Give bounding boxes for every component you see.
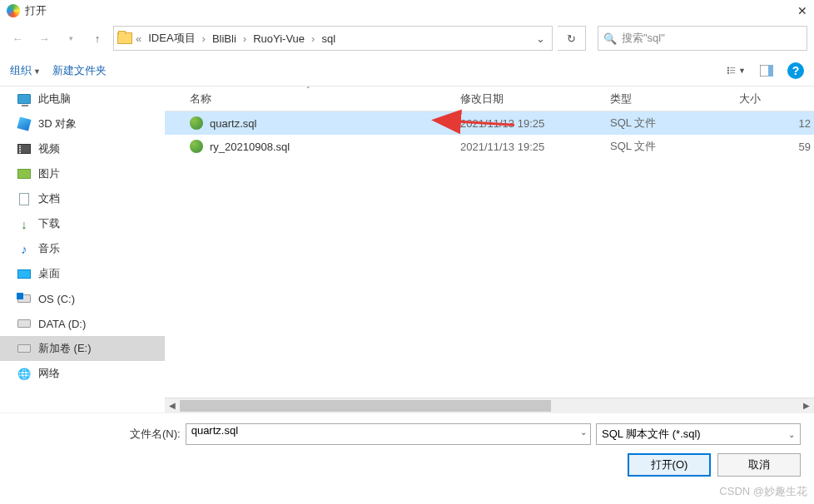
filename-input[interactable]: quartz.sql ⌄ (186, 423, 591, 445)
filetype-value: SQL 脚本文件 (*.sql) (602, 427, 701, 442)
filename-value: quartz.sql (191, 424, 238, 437)
breadcrumb-item[interactable]: RuoYi-Vue (250, 31, 308, 47)
filetype-select[interactable]: SQL 脚本文件 (*.sql) ⌄ (596, 423, 801, 445)
file-list-header: ˄ 名称 修改日期 类型 大小 (165, 86, 814, 111)
sidebar-item[interactable]: 图片 (0, 161, 165, 186)
address-dropdown-icon[interactable]: ⌄ (532, 32, 548, 45)
nav-forward-button[interactable]: → (33, 27, 55, 49)
watermark-text: CSDN @妙趣生花 (719, 484, 807, 499)
view-options-button[interactable]: ▼ (727, 62, 746, 80)
sql-file-icon (190, 116, 203, 130)
search-icon: 🔍 (603, 32, 617, 45)
cancel-button[interactable]: 取消 (717, 453, 801, 477)
column-header-name[interactable]: 名称 (190, 91, 460, 106)
sidebar-item-label: 网络 (38, 366, 60, 381)
svg-rect-7 (768, 65, 773, 77)
close-icon[interactable]: ✕ (797, 4, 807, 17)
svg-rect-3 (730, 67, 735, 68)
preview-pane-button[interactable] (757, 62, 776, 80)
sidebar-item-label: 3D 对象 (38, 116, 77, 131)
vid-icon (17, 141, 32, 156)
file-type: SQL 文件 (610, 139, 739, 154)
column-header-date[interactable]: 修改日期 (460, 91, 610, 106)
open-button[interactable]: 打开(O) (628, 453, 711, 477)
sort-indicator-icon: ˄ (306, 86, 310, 94)
column-header-type[interactable]: 类型 (610, 91, 739, 106)
sidebar-item-label: 下载 (38, 216, 60, 231)
svg-rect-4 (730, 70, 735, 71)
sidebar-item-label: OS (C:) (38, 293, 75, 305)
search-placeholder: 搜索"sql" (622, 31, 665, 46)
filename-dropdown-icon[interactable]: ⌄ (580, 427, 587, 437)
breadcrumb-root[interactable]: « (134, 32, 143, 45)
sidebar-item-label: 音乐 (38, 241, 60, 256)
sidebar-item[interactable]: 🌐网络 (0, 361, 165, 386)
sidebar-item[interactable]: ↓下载 (0, 211, 165, 236)
file-date: 2021/11/13 19:25 (460, 117, 610, 130)
organize-button[interactable]: 组织▼ (10, 63, 41, 78)
img-icon (17, 166, 32, 181)
svg-rect-0 (727, 67, 729, 68)
file-size: 12 (739, 117, 814, 130)
net-icon: 🌐 (17, 366, 32, 381)
breadcrumb-item[interactable]: IDEA项目 (145, 29, 198, 47)
sidebar-nav: 此电脑3D 对象视频图片文档↓下载♪音乐桌面OS (C:)DATA (D:)新加… (0, 86, 165, 413)
sidebar-item[interactable]: 桌面 (0, 261, 165, 286)
search-input[interactable]: 🔍 搜索"sql" (598, 26, 807, 51)
sidebar-item[interactable]: DATA (D:) (0, 311, 165, 336)
sidebar-item-label: 视频 (38, 141, 60, 156)
file-date: 2021/11/13 19:25 (460, 141, 610, 153)
scroll-right-icon[interactable]: ▶ (799, 401, 814, 410)
folder-icon (117, 32, 132, 44)
sidebar-item-label: 此电脑 (38, 91, 71, 106)
sidebar-item-label: 文档 (38, 191, 60, 206)
app-logo-icon (7, 4, 20, 17)
sql-file-icon (190, 140, 203, 153)
breadcrumb-item[interactable]: BliBli (209, 31, 240, 47)
sidebar-item[interactable]: 视频 (0, 136, 165, 161)
chevron-right-icon[interactable]: › (201, 32, 207, 45)
sidebar-item[interactable]: 此电脑 (0, 86, 165, 111)
sidebar-item-label: 桌面 (38, 266, 60, 281)
dl-icon: ↓ (17, 216, 32, 231)
address-bar[interactable]: « IDEA项目 › BliBli › RuoYi-Vue › sql ⌄ (113, 26, 553, 51)
sidebar-item[interactable]: 文档 (0, 186, 165, 211)
file-name: ry_20210908.sql (210, 141, 460, 153)
breadcrumb-item[interactable]: sql (318, 31, 339, 47)
desk-icon (17, 266, 32, 281)
file-row[interactable]: quartz.sql2021/11/13 19:25SQL 文件12 (165, 111, 814, 135)
mus-icon: ♪ (17, 241, 32, 256)
svg-rect-2 (727, 72, 729, 73)
column-header-size[interactable]: 大小 (739, 91, 814, 106)
svg-rect-1 (727, 69, 729, 71)
pc-icon (17, 91, 32, 106)
drive-os-icon (17, 291, 32, 306)
sidebar-item[interactable]: ♪音乐 (0, 236, 165, 261)
scroll-left-icon[interactable]: ◀ (165, 401, 180, 410)
nav-back-button[interactable]: ← (7, 27, 28, 49)
sidebar-item[interactable]: OS (C:) (0, 286, 165, 311)
sidebar-item[interactable]: 3D 对象 (0, 111, 165, 136)
new-folder-button[interactable]: 新建文件夹 (52, 63, 107, 78)
nav-recent-dropdown[interactable]: ▾ (60, 27, 82, 49)
drive-icon (17, 341, 32, 356)
chevron-right-icon[interactable]: › (310, 32, 316, 45)
file-type: SQL 文件 (610, 116, 739, 131)
help-button[interactable]: ? (787, 62, 804, 79)
nav-up-button[interactable]: ↑ (87, 27, 108, 49)
file-row[interactable]: ry_20210908.sql2021/11/13 19:25SQL 文件59 (165, 135, 814, 158)
sidebar-item-label: 新加卷 (E:) (38, 341, 92, 356)
drive-icon (17, 316, 32, 331)
file-size: 59 (739, 141, 814, 153)
horizontal-scrollbar[interactable]: ◀ ▶ (165, 398, 814, 413)
filetype-dropdown-icon[interactable]: ⌄ (788, 430, 795, 439)
scroll-thumb[interactable] (180, 400, 551, 412)
doc-icon (17, 191, 32, 206)
refresh-button[interactable]: ↻ (558, 26, 586, 51)
file-name: quartz.sql (210, 117, 460, 130)
chevron-right-icon[interactable]: › (241, 32, 248, 45)
sidebar-item-label: DATA (D:) (38, 318, 86, 330)
sidebar-item[interactable]: 新加卷 (E:) (0, 336, 165, 361)
filename-label: 文件名(N): (13, 427, 181, 442)
window-title: 打开 (25, 3, 47, 18)
